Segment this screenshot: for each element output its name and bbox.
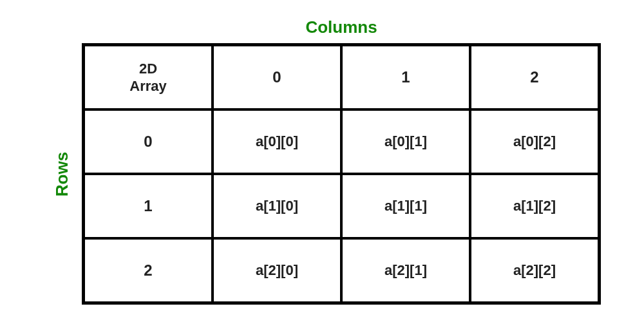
cell-0-2: a[0][2] (470, 109, 599, 174)
columns-axis-label: Columns (305, 17, 377, 44)
rows-axis-label: Rows (53, 151, 73, 196)
col-header-0: 0 (213, 45, 341, 109)
row-header-0: 0 (84, 109, 213, 174)
cell-2-0: a[2][0] (213, 238, 341, 303)
row-header-1: 1 (84, 174, 213, 238)
cell-1-0: a[1][0] (213, 174, 341, 238)
cell-2-1: a[2][1] (341, 238, 470, 303)
cell-0-1: a[0][1] (341, 109, 470, 174)
cell-1-2: a[1][2] (470, 174, 599, 238)
col-header-1: 1 (341, 45, 470, 109)
col-header-2: 2 (470, 45, 599, 109)
cell-0-0: a[0][0] (213, 109, 341, 174)
array-grid: 2D Array 0 1 2 0 a[0][0] a[0][1] a[0][2]… (82, 43, 601, 305)
row-header-2: 2 (84, 238, 213, 303)
cell-2-2: a[2][2] (470, 238, 599, 303)
array-diagram: Columns Rows 2D Array 0 1 2 0 a[0][0] a[… (43, 17, 601, 305)
cell-1-1: a[1][1] (341, 174, 470, 238)
corner-label: 2D Array (84, 45, 213, 109)
